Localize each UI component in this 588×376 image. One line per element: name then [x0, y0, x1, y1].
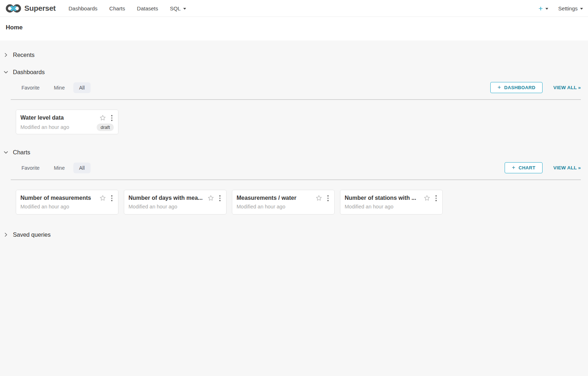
dashboards-card-row: Water level data Modified an hour ago dr…	[16, 110, 581, 134]
kebab-menu-icon[interactable]	[110, 114, 114, 122]
new-item-dropdown[interactable]: +	[539, 5, 548, 12]
plus-icon: +	[539, 5, 543, 12]
favorite-star-icon[interactable]	[207, 194, 214, 202]
chevron-right-icon	[4, 232, 8, 237]
card-title[interactable]: Number of days with mea...	[128, 195, 207, 201]
section-label: Recents	[13, 52, 35, 58]
card-modified-text: Modified an hour ago	[128, 204, 222, 209]
tab-mine[interactable]: Mine	[48, 163, 71, 173]
dashboards-actions: + DASHBOARD VIEW ALL »	[490, 82, 581, 93]
kebab-menu-icon[interactable]	[110, 194, 114, 202]
card-title[interactable]: Measurements / water	[237, 195, 315, 201]
charts-card-row: Number of measurements Modified an hour …	[16, 190, 581, 214]
dashboard-card[interactable]: Water level data Modified an hour ago dr…	[16, 110, 118, 134]
dashboards-filter-tabs: Favorite Mine All	[16, 82, 91, 93]
card-modified-text: Modified an hour ago	[345, 204, 438, 209]
tab-favorite[interactable]: Favorite	[16, 82, 45, 93]
new-chart-button[interactable]: + CHART	[505, 162, 543, 173]
chart-card[interactable]: Measurements / water Modified an hour ag…	[232, 190, 335, 214]
tab-all[interactable]: All	[73, 82, 91, 93]
new-dashboard-button[interactable]: + DASHBOARD	[490, 82, 543, 93]
chevron-down-icon	[4, 70, 8, 74]
favorite-star-icon[interactable]	[99, 194, 106, 202]
dashboards-controls-row: Favorite Mine All + DASHBOARD VIEW ALL »	[16, 82, 581, 93]
charts-controls-row: Favorite Mine All + CHART VIEW ALL »	[16, 162, 581, 173]
nav-item-charts[interactable]: Charts	[108, 1, 126, 16]
page-header: Home	[0, 17, 588, 40]
tab-all[interactable]: All	[73, 163, 91, 173]
card-title[interactable]: Water level data	[20, 115, 99, 121]
settings-dropdown[interactable]: Settings	[558, 5, 583, 11]
chart-card[interactable]: Number of days with mea... Modified an h…	[124, 190, 227, 214]
plus-icon: +	[497, 84, 501, 91]
nav-item-datasets[interactable]: Datasets	[136, 1, 159, 16]
section-header-recents[interactable]: Recents	[0, 50, 588, 60]
nav-right: + Settings	[539, 5, 583, 12]
charts-filter-tabs: Favorite Mine All	[16, 163, 91, 173]
top-navbar: Superset Dashboards Charts Datasets SQL …	[0, 0, 588, 17]
nav-item-sql-dropdown[interactable]: SQL	[169, 1, 187, 16]
tab-favorite[interactable]: Favorite	[16, 163, 45, 173]
dashboards-view-all-link[interactable]: VIEW ALL »	[553, 85, 581, 90]
section-divider	[11, 99, 581, 100]
status-badge: draft	[97, 124, 114, 131]
caret-down-icon	[183, 8, 186, 10]
section-label: Dashboards	[13, 69, 45, 76]
kebab-menu-icon[interactable]	[326, 194, 330, 202]
caret-down-icon	[580, 8, 583, 10]
nav-item-dashboards[interactable]: Dashboards	[68, 1, 98, 16]
card-modified-text: Modified an hour ago	[20, 204, 114, 209]
tab-mine[interactable]: Mine	[48, 82, 71, 93]
charts-view-all-link[interactable]: VIEW ALL »	[553, 165, 581, 170]
card-modified-text: Modified an hour ago	[20, 124, 97, 130]
chart-card[interactable]: Number of measurements Modified an hour …	[16, 190, 118, 214]
superset-brand[interactable]: Superset	[6, 4, 55, 13]
favorite-star-icon[interactable]	[99, 114, 106, 121]
plus-icon: +	[512, 164, 515, 171]
chart-card[interactable]: Number of stations with ... Modified an …	[340, 190, 443, 214]
brand-name: Superset	[24, 4, 55, 13]
section-header-dashboards[interactable]: Dashboards	[0, 67, 588, 77]
card-modified-text: Modified an hour ago	[237, 204, 330, 209]
section-header-charts[interactable]: Charts	[0, 147, 588, 157]
favorite-star-icon[interactable]	[423, 194, 431, 202]
home-content: Recents Dashboards Favorite Mine All + D…	[0, 50, 588, 254]
page-title: Home	[6, 24, 582, 31]
section-header-saved-queries[interactable]: Saved queries	[0, 230, 588, 240]
card-title[interactable]: Number of measurements	[20, 195, 99, 201]
charts-actions: + CHART VIEW ALL »	[505, 162, 581, 173]
favorite-star-icon[interactable]	[315, 194, 322, 202]
section-divider	[11, 179, 581, 180]
chevron-right-icon	[4, 53, 8, 57]
nav-menu: Dashboards Charts Datasets SQL	[68, 1, 197, 16]
superset-logo-icon	[6, 4, 21, 13]
kebab-menu-icon[interactable]	[434, 194, 438, 202]
section-label: Charts	[13, 149, 30, 156]
section-label: Saved queries	[13, 231, 51, 238]
caret-down-icon	[545, 8, 548, 10]
card-title[interactable]: Number of stations with ...	[345, 195, 423, 201]
kebab-menu-icon[interactable]	[218, 194, 222, 202]
chevron-down-icon	[4, 150, 8, 155]
